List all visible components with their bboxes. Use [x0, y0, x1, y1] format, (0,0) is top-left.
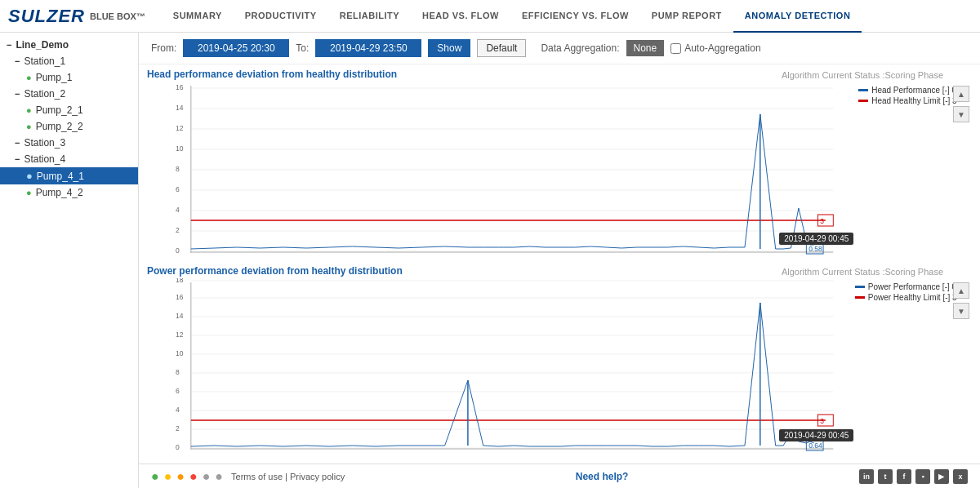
from-label: From:	[151, 42, 176, 54]
svg-text:14: 14	[176, 104, 184, 112]
svg-text:10: 10	[176, 144, 184, 153]
svg-text:8: 8	[176, 368, 180, 376]
status-icon-green-selected: ●	[26, 170, 33, 182]
main-nav: SUMMARY PRODUCTIVITY RELIABILITY HEAD VS…	[162, 0, 972, 33]
sidebar-item-pump1[interactable]: ● Pump_1	[0, 69, 138, 86]
expand-icon: −	[7, 40, 11, 50]
facebook-icon[interactable]: f	[897, 469, 911, 484]
default-button[interactable]: Default	[477, 39, 526, 57]
sidebar-item-station4[interactable]: − Station_4	[0, 151, 138, 167]
svg-text:16: 16	[176, 83, 184, 91]
power-chart-scroll-down[interactable]: ▼	[953, 303, 969, 319]
youtube-icon[interactable]: ▶	[934, 469, 949, 484]
status-icon-green: ●	[26, 122, 32, 131]
sidebar-item-station3[interactable]: − Station_3	[0, 135, 138, 151]
sidebar-item-pump2-2[interactable]: ● Pump_2_2	[0, 118, 138, 135]
xing-icon[interactable]: x	[953, 469, 968, 484]
svg-text:8: 8	[176, 165, 180, 173]
head-chart-wrapper: 0 2 4 6 8 10 12 14 16	[147, 82, 972, 257]
expand-icon: −	[15, 154, 20, 164]
status-icon-green: ●	[26, 188, 32, 197]
sidebar-item-station1[interactable]: − Station_1	[0, 53, 138, 69]
bluebox-label: BLUE BOX™	[90, 11, 145, 21]
head-perf-color	[858, 89, 868, 91]
chart-scroll-down[interactable]: ▼	[953, 106, 969, 122]
nav-anomaly-detection[interactable]: ANOMALY DETECTION	[733, 0, 862, 33]
power-chart-container: Power performance deviation from healthy…	[147, 265, 972, 454]
nav-productivity[interactable]: PRODUCTIVITY	[234, 0, 328, 33]
toolbar: From: 2019-04-25 20:30 To: 2019-04-29 23…	[139, 33, 980, 64]
svg-text:0.58: 0.58	[808, 245, 822, 253]
power-chart-scroll-up[interactable]: ▲	[953, 282, 969, 299]
sidebar-item-pump4-2[interactable]: ● Pump_4_2	[0, 184, 138, 201]
power-perf-legend: Power Performance [-] 0.64	[855, 282, 968, 291]
head-chart-status: Algorithm Current Status :Scoring Phase	[782, 70, 943, 80]
auto-agg-label: Auto-Aggregation	[684, 42, 760, 54]
nav-head-vs-flow[interactable]: HEAD VS. FLOW	[411, 0, 510, 33]
sidebar-item-pump4-1[interactable]: ● Pump_4_1	[0, 167, 138, 184]
head-limit-label: Head Healthy Limit [-] 3	[871, 96, 957, 105]
svg-text:2019-04-26 21:20: 2019-04-26 21:20	[329, 255, 378, 257]
sidebar-item-pump2-1[interactable]: ● Pump_2_1	[0, 102, 138, 118]
svg-text:12: 12	[176, 331, 184, 339]
svg-text:6: 6	[176, 185, 180, 193]
help-text[interactable]: Need help?	[576, 471, 629, 482]
status-icons: ● ● ● ● ● ●	[151, 469, 223, 484]
sulzer-logo: SULZER	[8, 6, 85, 27]
status-green-icon: ●	[151, 469, 159, 484]
status-orange-icon: ●	[176, 469, 185, 484]
to-date-input[interactable]: 2019-04-29 23:50	[315, 39, 421, 57]
nav-pump-report[interactable]: PUMP REPORT	[640, 0, 733, 33]
power-limit-label: Power Healthy Limit [-] 3	[868, 293, 957, 302]
svg-text:4: 4	[176, 206, 180, 214]
nav-reliability[interactable]: RELIABILITY	[328, 0, 411, 33]
svg-text:0.64: 0.64	[808, 441, 822, 450]
svg-text:3: 3	[820, 217, 824, 225]
privacy-link[interactable]: Privacy policy	[290, 472, 345, 481]
expand-icon: −	[15, 138, 20, 148]
power-limit-color	[855, 296, 865, 299]
terms-link[interactable]: Terms of use	[231, 472, 283, 481]
show-button[interactable]: Show	[428, 39, 470, 57]
nav-summary[interactable]: SUMMARY	[162, 0, 234, 33]
footer: ● ● ● ● ● ● Terms of use | Privacy polic…	[139, 464, 980, 488]
data-aggregation-label: Data Aggregation:	[541, 42, 619, 54]
chart-scroll-up[interactable]: ▲	[953, 86, 969, 102]
nav-efficiency-vs-flow[interactable]: EFFICIENCY VS. FLOW	[510, 0, 640, 33]
linkedin-icon[interactable]: in	[859, 469, 874, 484]
svg-text:14: 14	[176, 312, 184, 320]
power-chart-legend: Power Performance [-] 0.64 Power Healthy…	[855, 282, 968, 304]
svg-text:16: 16	[176, 293, 184, 301]
power-chart-status: Algorithm Current Status :Scoring Phase	[782, 267, 943, 277]
svg-text:0: 0	[176, 246, 180, 255]
head-chart-container: Head performance deviation from healthy …	[147, 69, 972, 257]
from-date-input[interactable]: 2019-04-25 20:30	[183, 39, 289, 57]
instagram-icon[interactable]: ▪	[915, 469, 930, 484]
sidebar-item-station2[interactable]: − Station_2	[0, 86, 138, 102]
sidebar-item-line-demo[interactable]: − Line_Demo	[0, 37, 138, 53]
social-links: in t f ▪ ▶ x	[859, 469, 968, 484]
head-perf-legend: Head Performance [-] 0.58	[858, 86, 968, 95]
main-layout: − Line_Demo − Station_1 ● Pump_1 − Stati…	[0, 33, 980, 488]
svg-text:20...: 20...	[653, 452, 665, 454]
svg-text:18: 18	[176, 278, 184, 284]
svg-text:3: 3	[820, 417, 824, 425]
head-chart-title: Head performance deviation from healthy …	[147, 69, 397, 80]
power-chart-wrapper: 0 2 4 6 8 10 12 14 16 18	[147, 278, 972, 454]
head-chart-svg: 0 2 4 6 8 10 12 14 16	[176, 82, 837, 257]
twitter-icon[interactable]: t	[878, 469, 893, 484]
charts-area: Head performance deviation from healthy …	[139, 64, 980, 464]
status-red-icon: ●	[189, 469, 198, 484]
footer-links: Terms of use | Privacy policy	[231, 472, 345, 481]
svg-text:12: 12	[176, 124, 184, 132]
none-button[interactable]: None	[626, 40, 665, 56]
auto-agg-checkbox[interactable]	[670, 43, 681, 54]
svg-text:20...: 20...	[653, 255, 665, 257]
power-limit-legend: Power Healthy Limit [-] 3	[855, 293, 968, 302]
svg-text:2019-04-26 21:20: 2019-04-26 21:20	[329, 452, 378, 454]
logo-area: SULZER BLUE BOX™	[8, 6, 145, 27]
power-perf-color	[855, 286, 865, 288]
head-chart-tooltip: 2019-04-29 00:45	[779, 233, 853, 245]
auto-aggregation-toggle[interactable]: Auto-Aggregation	[670, 42, 760, 54]
status-grey2-icon: ●	[215, 469, 223, 484]
